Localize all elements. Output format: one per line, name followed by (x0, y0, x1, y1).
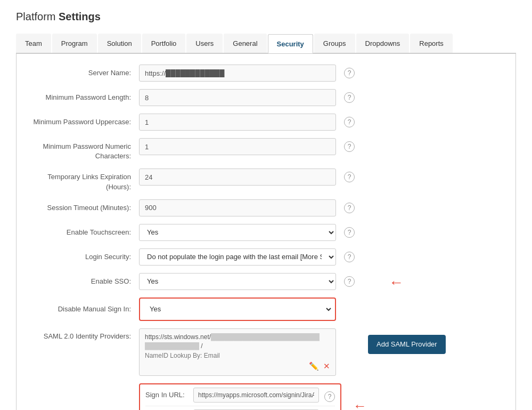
min-password-numeric-row: Minimum Password Numeric Characters: ? (32, 138, 500, 161)
tab-groups[interactable]: Groups (314, 34, 355, 53)
sign-in-url-help-icon[interactable]: ? (324, 391, 335, 402)
enable-touchscreen-help-icon[interactable]: ? (344, 227, 355, 238)
tab-portfolio[interactable]: Portfolio (142, 34, 186, 53)
tab-solution[interactable]: Solution (98, 34, 141, 53)
temp-links-row: Temporary Links Expiration (Hours): ? (32, 168, 500, 191)
server-name-input[interactable] (139, 65, 336, 82)
min-password-numeric-input[interactable] (139, 138, 336, 155)
tabs-bar: Team Program Solution Portfolio Users Ge… (16, 34, 516, 54)
arrow-sso-icon: ← (389, 274, 404, 291)
login-security-help-icon[interactable]: ? (344, 252, 355, 262)
settings-content: Server Name: ? Minimum Password Length: … (16, 54, 516, 410)
login-security-row: Login Security: Do not populate the logi… (32, 248, 500, 266)
server-name-help-icon[interactable]: ? (344, 68, 355, 78)
min-password-uppercase-row: Minimum Password Uppercase: ? (32, 114, 500, 131)
sign-in-url-input[interactable] (193, 388, 319, 403)
session-timeout-input[interactable] (139, 199, 336, 216)
saml-providers-label: SAML 2.0 Identity Providers: (32, 328, 139, 340)
disable-manual-select[interactable]: Yes No (142, 301, 333, 318)
enable-touchscreen-row: Enable Touchscreen: Yes No ? (32, 224, 500, 241)
arrow-sign-url-icon: ← (353, 398, 367, 410)
server-name-label: Server Name: (32, 65, 139, 78)
min-password-length-input[interactable] (139, 89, 336, 106)
min-password-uppercase-label: Minimum Password Uppercase: (32, 114, 139, 127)
enable-touchscreen-select[interactable]: Yes No (139, 224, 336, 241)
saml-provider-url: https://sts.windows.net/████████████████… (145, 333, 330, 341)
disable-manual-label: Disable Manual Sign In: (32, 305, 139, 313)
page-title: Platform Settings (16, 11, 516, 23)
enable-sso-help-icon[interactable]: ? (344, 276, 355, 287)
login-security-label: Login Security: (32, 248, 139, 262)
enable-sso-label: Enable SSO: (32, 273, 139, 286)
login-security-select[interactable]: Do not populate the login page with the … (139, 248, 336, 266)
min-password-uppercase-input[interactable] (139, 114, 336, 131)
session-timeout-help-icon[interactable]: ? (344, 203, 355, 213)
session-timeout-row: Session Timeout (Minutes): ? (32, 199, 500, 216)
min-password-length-help-icon[interactable]: ? (344, 92, 355, 103)
min-password-numeric-label: Minimum Password Numeric Characters: (32, 138, 139, 161)
add-saml-button[interactable]: Add SAML Provider (368, 335, 446, 354)
tab-team[interactable]: Team (16, 34, 51, 53)
tab-general[interactable]: General (224, 34, 266, 53)
enable-sso-select[interactable]: Yes No (139, 273, 336, 290)
sign-in-url-label: Sign In URL: (145, 391, 193, 399)
min-password-uppercase-help-icon[interactable]: ? (344, 117, 355, 127)
saml-providers-row: SAML 2.0 Identity Providers: https://sts… (32, 328, 500, 376)
min-password-numeric-help-icon[interactable]: ? (344, 141, 355, 152)
tab-program[interactable]: Program (52, 34, 97, 53)
temp-links-label: Temporary Links Expiration (Hours): (32, 168, 139, 191)
sign-urls-box: Sign In URL: ? Sign Out URL: ? ← (139, 383, 341, 410)
disable-manual-row: Disable Manual Sign In: Yes No ? (32, 298, 500, 321)
tab-dropdowns[interactable]: Dropdowns (356, 34, 410, 53)
enable-touchscreen-label: Enable Touchscreen: (32, 224, 139, 237)
tab-reports[interactable]: Reports (410, 34, 453, 53)
edit-saml-icon[interactable]: ✏️ (309, 361, 319, 371)
enable-sso-row: Enable SSO: Yes No ← ? (32, 273, 500, 290)
saml-nameid: NameID Lookup By: Email (145, 352, 330, 359)
tab-users[interactable]: Users (186, 34, 223, 53)
min-password-length-row: Minimum Password Length: ? (32, 89, 500, 106)
server-name-row: Server Name: ? (32, 65, 500, 82)
tab-security[interactable]: Security (268, 34, 313, 53)
temp-links-help-icon[interactable]: ? (344, 172, 355, 182)
temp-links-input[interactable] (139, 168, 336, 186)
saml-provider-name: ████████████ / (145, 342, 330, 350)
session-timeout-label: Session Timeout (Minutes): (32, 199, 139, 213)
min-password-length-label: Minimum Password Length: (32, 89, 139, 102)
delete-saml-icon[interactable]: ✕ (323, 361, 330, 371)
